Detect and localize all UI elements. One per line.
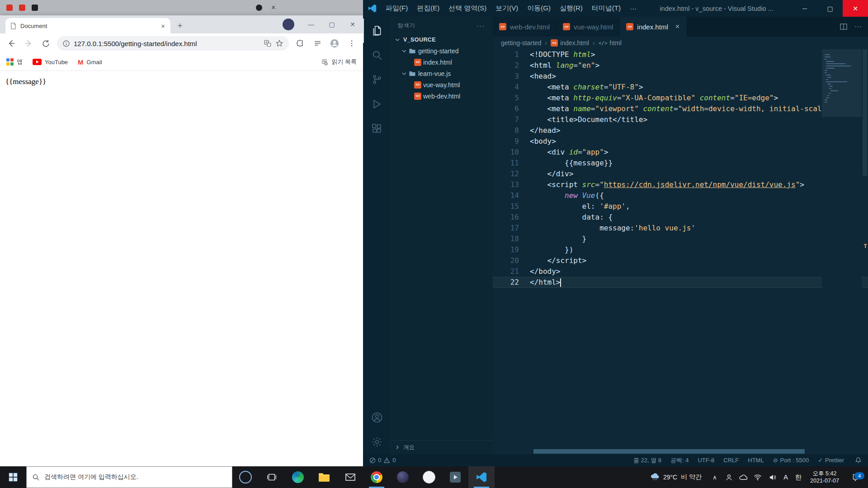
tree-item-index-html[interactable]: <>index.html [390, 56, 493, 68]
taskbar-eclipse-button[interactable] [390, 466, 416, 488]
tree-item-vue-way-html[interactable]: <>vue-way.html [390, 79, 493, 90]
taskbar-file-explorer-button[interactable] [311, 466, 337, 488]
extensions-puzzle-icon[interactable] [292, 35, 309, 52]
taskbar-cortana-button[interactable] [232, 466, 259, 488]
menu-run[interactable]: 실행(R) [555, 0, 587, 17]
code-line-15[interactable]: 15 el: '#app', [493, 201, 868, 212]
site-info-icon[interactable] [62, 40, 70, 47]
browser-maximize-button[interactable]: ▢ [321, 15, 342, 33]
code-line-22[interactable]: 22</html> [493, 277, 868, 288]
browser-tab[interactable]: Document × [5, 18, 170, 33]
account-icon[interactable] [363, 405, 390, 430]
taskbar-vscode-button[interactable] [468, 466, 495, 488]
start-button[interactable] [0, 466, 26, 488]
breadcrumb-item-html[interactable]: </>html [599, 39, 622, 47]
taskbar-mail-button[interactable] [337, 466, 363, 488]
tree-item-getting-started[interactable]: getting-started [390, 45, 493, 56]
vscode-minimize-button[interactable]: ─ [792, 0, 817, 17]
code-line-1[interactable]: 1<!DOCTYPE html> [493, 49, 868, 60]
ime-korean-indicator[interactable]: 한 [792, 473, 805, 482]
menu-more[interactable]: ··· [625, 0, 641, 17]
problems-indicator[interactable]: 0 0 [369, 457, 396, 464]
editor-more-actions-icon[interactable]: ··· [854, 23, 862, 31]
bookmark-gmail[interactable]: M Gmail [78, 58, 102, 66]
notifications-bell-icon[interactable] [855, 457, 862, 464]
bookmark-youtube[interactable]: YouTube [33, 59, 68, 66]
tray-user-icon[interactable] [722, 474, 736, 481]
tray-volume-icon[interactable] [765, 474, 779, 481]
taskbar-search-input[interactable]: 검색하려면 여기에 입력하십시오. [26, 466, 232, 488]
status--22-8[interactable]: 줄 22, 열 8 [633, 456, 661, 465]
taskbar-clock[interactable]: 오후 5:42 2021-07-07 [805, 470, 844, 485]
code-line-16[interactable]: 16 data: { [493, 212, 868, 223]
reading-list-button[interactable]: 읽기 목록 [321, 58, 357, 66]
code-line-11[interactable]: 11 {{message}} [493, 158, 868, 169]
url-text[interactable]: 127.0.0.1:5500/getting-started/index.htm… [74, 40, 260, 47]
breadcrumb-item-getting-started[interactable]: getting-started [501, 39, 542, 47]
taskbar-task-view-button[interactable] [259, 466, 285, 488]
status--4[interactable]: 공백: 4 [670, 456, 689, 465]
code-line-3[interactable]: 3<head> [493, 71, 868, 82]
browser-minimize-button[interactable]: — [301, 15, 321, 33]
outline-section[interactable]: 개요 [390, 440, 493, 454]
back-icon[interactable] [3, 35, 20, 52]
action-center-button[interactable]: 4 [844, 473, 868, 482]
menu-selection[interactable]: 선택 영역(S) [444, 0, 491, 17]
editor-tab-web-dev-html[interactable]: <>web-dev.html [493, 17, 557, 37]
status-crlf[interactable]: CRLF [723, 457, 739, 464]
code-line-19[interactable]: 19 }) [493, 244, 868, 255]
browser-menu-icon[interactable] [343, 35, 360, 52]
status-port-5500[interactable]: ⊘Port : 5500 [773, 457, 809, 464]
explorer-more-actions[interactable]: ··· [476, 22, 485, 29]
vscode-close-button[interactable]: ✕ [843, 0, 868, 17]
code-line-12[interactable]: 12 </div> [493, 169, 868, 179]
tray-wifi-icon[interactable] [750, 474, 765, 481]
code-line-13[interactable]: 13 <script src="https://cdn.jsdelivr.net… [493, 179, 868, 190]
tab-close-icon[interactable]: × [675, 23, 680, 31]
settings-icon[interactable] [363, 430, 390, 454]
status-utf-8[interactable]: UTF-8 [698, 457, 714, 464]
minimap-viewport[interactable] [822, 49, 862, 117]
taskbar-media-app-button[interactable] [442, 466, 468, 488]
tree-item-learn-vue-js[interactable]: learn-vue.js [390, 68, 493, 79]
code-line-6[interactable]: 6 <meta name="viewport" content="width=d… [493, 103, 868, 114]
minimap[interactable] [822, 49, 862, 454]
split-editor-icon[interactable] [840, 23, 847, 30]
breadcrumb-item-index-html[interactable]: <>index.html [551, 39, 589, 47]
background-window-close-icon[interactable]: × [271, 4, 275, 12]
status-html[interactable]: HTML [748, 457, 764, 464]
taskbar-edge-button[interactable] [285, 466, 311, 488]
code-line-18[interactable]: 18 } [493, 234, 868, 244]
browser-close-button[interactable]: ✕ [342, 15, 363, 33]
browser-profile-avatar[interactable] [283, 19, 294, 30]
editor-tab-vue-way-html[interactable]: <>vue-way.html [557, 17, 620, 37]
menu-file[interactable]: 파일(F) [381, 0, 412, 17]
code-line-2[interactable]: 2<html lang="en"> [493, 60, 868, 71]
taskbar-chrome-button[interactable] [363, 466, 390, 488]
code-line-9[interactable]: 9<body> [493, 136, 868, 147]
tab-close-icon[interactable]: × [160, 22, 166, 30]
code-line-10[interactable]: 10 <div id="app"> [493, 147, 868, 158]
ime-latin-indicator[interactable]: A [779, 474, 792, 481]
side-panel-icon[interactable] [309, 35, 326, 52]
profile-avatar[interactable] [326, 35, 343, 52]
tray-cloud-icon[interactable] [736, 474, 750, 481]
code-line-21[interactable]: 21</body> [493, 266, 868, 277]
menu-go[interactable]: 이동(G) [523, 0, 555, 17]
code-line-14[interactable]: 14 new Vue({ [493, 190, 868, 201]
editor-tab-index-html[interactable]: <>index.html× [620, 17, 687, 37]
menu-edit[interactable]: 편집(E) [412, 0, 444, 17]
translate-icon[interactable]: A [264, 39, 272, 47]
source-control-activity-icon[interactable] [363, 67, 390, 92]
reload-icon[interactable] [37, 35, 54, 52]
weather-widget[interactable]: 29°C 비 약간 [644, 473, 708, 481]
code-line-4[interactable]: 4 <meta charset="UTF-8"> [493, 82, 868, 93]
hidden-icons-chevron[interactable]: ∧ [708, 474, 722, 481]
code-line-20[interactable]: 20 </script> [493, 255, 868, 266]
code-editor[interactable]: 1<!DOCTYPE html>2<html lang="en">3<head>… [493, 49, 868, 454]
bookmark-apps[interactable]: 앱 [6, 58, 23, 66]
menu-terminal[interactable]: 터미널(T) [587, 0, 625, 17]
code-line-17[interactable]: 17 message:'hello vue.js' [493, 223, 868, 234]
horizontal-scrollbar[interactable] [493, 449, 868, 454]
extensions-activity-icon[interactable] [363, 116, 390, 141]
